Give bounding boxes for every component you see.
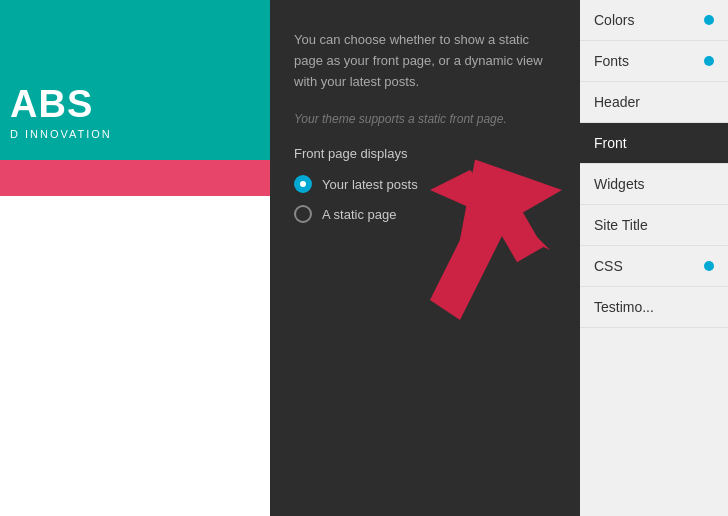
radio-static-page-label: A static page (322, 207, 396, 222)
customizer-panel: You can choose whether to show a static … (270, 0, 580, 516)
sidebar-item-testimonials[interactable]: Testimo... (580, 287, 728, 328)
sidebar-item-css[interactable]: CSS (580, 246, 728, 287)
sidebar-item-fonts-label: Fonts (594, 53, 704, 69)
preview-title: ABS (10, 83, 270, 126)
sidebar-item-site-title-label: Site Title (594, 217, 714, 233)
sidebar-item-widgets[interactable]: Widgets (580, 164, 728, 205)
sidebar-item-site-title[interactable]: Site Title (580, 205, 728, 246)
sidebar-item-colors-label: Colors (594, 12, 704, 28)
sidebar-item-css-label: CSS (594, 258, 704, 274)
radio-latest-posts-label: Your latest posts (322, 177, 418, 192)
sidebar-item-testimonials-label: Testimo... (594, 299, 714, 315)
front-page-section-label: Front page displays (294, 146, 556, 161)
preview-panel: ABS D INNOVATION (0, 0, 270, 516)
sidebar-item-css-dot (704, 261, 714, 271)
radio-static-page-indicator (294, 205, 312, 223)
sidebar-item-front-label: Front (594, 135, 714, 151)
preview-content-area (0, 196, 270, 516)
theme-support-note: Your theme supports a static front page. (294, 112, 556, 126)
sidebar-panel: Colors Fonts Header Front Widgets Site T… (580, 0, 728, 516)
preview-teal-area: ABS D INNOVATION (0, 0, 270, 160)
radio-static-page[interactable]: A static page (294, 205, 556, 223)
sidebar-item-front[interactable]: Front (580, 123, 728, 164)
sidebar-item-colors[interactable]: Colors (580, 0, 728, 41)
radio-latest-posts-indicator (294, 175, 312, 193)
preview-pink-bar (0, 160, 270, 196)
preview-subtitle: D INNOVATION (10, 128, 270, 140)
sidebar-item-header[interactable]: Header (580, 82, 728, 123)
sidebar-item-fonts[interactable]: Fonts (580, 41, 728, 82)
customizer-description: You can choose whether to show a static … (294, 30, 556, 92)
arrow-indicator (350, 140, 570, 364)
sidebar-item-colors-dot (704, 15, 714, 25)
sidebar-item-widgets-label: Widgets (594, 176, 714, 192)
sidebar-item-fonts-dot (704, 56, 714, 66)
sidebar-item-header-label: Header (594, 94, 714, 110)
radio-latest-posts[interactable]: Your latest posts (294, 175, 556, 193)
